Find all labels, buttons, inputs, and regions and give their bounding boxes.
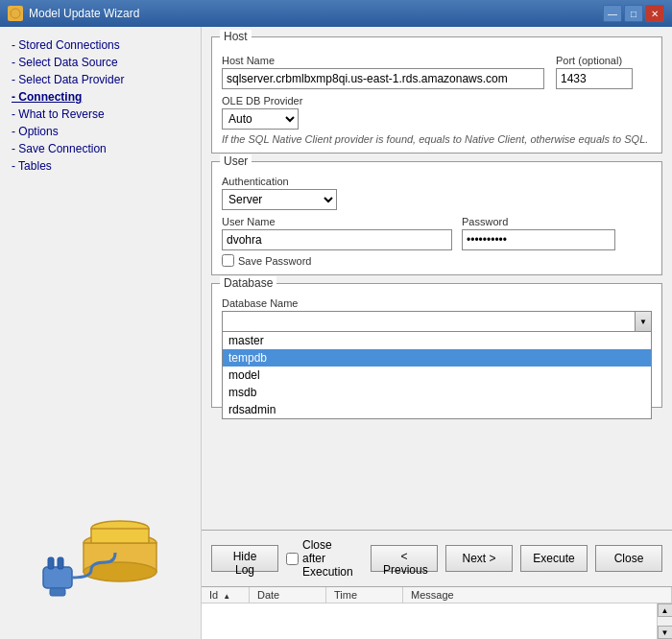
db-option-master[interactable]: master (223, 332, 651, 349)
log-col-message: Message (403, 587, 672, 603)
log-body: ▲ ▼ (202, 604, 672, 639)
close-after-label: Close after Execution (286, 538, 355, 579)
window-title: Model Update Wizard (29, 7, 603, 20)
host-row: Host Name Port (optional) (222, 55, 652, 89)
close-after-text: Close after Execution (302, 538, 355, 579)
password-group: Password (462, 216, 615, 250)
content-area: Host Host Name Port (optional) OLE DB Pr… (202, 27, 672, 530)
host-section-title: Host (220, 30, 252, 43)
log-col-date: Date (250, 587, 326, 603)
close-after-checkbox[interactable] (286, 553, 299, 565)
hostname-label: Host Name (222, 55, 544, 66)
sidebar-item-save-connection[interactable]: - Save Connection (8, 140, 193, 157)
sidebar-item-stored-connections[interactable]: - Stored Connections (8, 36, 193, 54)
db-option-model[interactable]: model (223, 367, 651, 384)
next-button[interactable]: Next > (445, 545, 513, 572)
main-container: - Stored Connections - Select Data Sourc… (0, 27, 672, 639)
previous-button[interactable]: < Previous (371, 545, 438, 572)
log-area: Id ▲ Date Time Message ▲ ▼ (202, 586, 672, 639)
port-group: Port (optional) (556, 55, 652, 89)
scroll-up-button[interactable]: ▲ (658, 604, 673, 617)
db-dropdown-list: master tempdb model msdb rdsadmin (222, 332, 652, 419)
credentials-row: User Name Password (222, 216, 652, 250)
port-label: Port (optional) (556, 55, 652, 66)
svg-point-0 (11, 9, 20, 18)
svg-rect-9 (50, 588, 65, 596)
ole-db-group: OLE DB Provider Auto SQL Server SQLNCLI (222, 95, 652, 130)
ole-db-label: OLE DB Provider (222, 95, 652, 106)
bottom-toolbar: Hide Log Close after Execution < Previou… (202, 530, 672, 586)
ole-db-hint: If the SQL Native Client provider is fou… (222, 133, 652, 145)
title-bar: Model Update Wizard — □ ✕ (0, 0, 672, 27)
scroll-down-button[interactable]: ▼ (658, 626, 673, 639)
log-col-time: Time (326, 587, 403, 603)
ole-db-select[interactable]: Auto SQL Server SQLNCLI (222, 108, 299, 130)
sidebar-item-select-data-source[interactable]: - Select Data Source (8, 54, 193, 71)
sidebar-item-connecting[interactable]: - Connecting (8, 88, 193, 106)
sort-arrow-icon: ▲ (223, 592, 230, 601)
username-group: User Name (222, 216, 452, 250)
db-option-msdb[interactable]: msdb (223, 384, 651, 401)
window-controls: — □ ✕ (603, 5, 664, 22)
sidebar: - Stored Connections - Select Data Sourc… (0, 27, 202, 639)
sidebar-item-what-to-reverse[interactable]: - What to Reverse (8, 106, 193, 123)
sidebar-item-select-data-provider[interactable]: - Select Data Provider (8, 71, 193, 88)
host-section: Host Host Name Port (optional) OLE DB Pr… (211, 36, 662, 154)
db-name-group: Database Name ▼ master tempdb model msdb (222, 297, 652, 332)
db-section-title: Database (220, 276, 276, 290)
auth-select[interactable]: Server Windows None (222, 189, 337, 210)
password-input[interactable] (462, 229, 615, 250)
close-button[interactable]: Close (595, 545, 662, 572)
db-option-rdsadmin[interactable]: rdsadmin (223, 401, 651, 418)
maximize-button[interactable]: □ (624, 5, 643, 22)
minimize-button[interactable]: — (603, 5, 622, 22)
log-col-id: Id ▲ (202, 587, 250, 603)
save-password-row: Save Password (222, 254, 652, 267)
hostname-group: Host Name (222, 55, 544, 89)
hide-log-button[interactable]: Hide Log (211, 545, 278, 572)
log-content (202, 604, 657, 639)
db-input-row: ▼ (222, 311, 652, 332)
database-section: Database Database Name ▼ master tempdb m… (211, 283, 662, 408)
close-window-button[interactable]: ✕ (645, 5, 664, 22)
save-password-label: Save Password (238, 255, 311, 267)
svg-rect-6 (43, 567, 72, 588)
port-input[interactable] (556, 68, 633, 89)
auth-label: Authentication (222, 176, 652, 187)
password-label: Password (462, 216, 615, 227)
log-header: Id ▲ Date Time Message (202, 587, 672, 604)
log-scrollbar: ▲ ▼ (657, 604, 672, 639)
db-option-tempdb[interactable]: tempdb (223, 349, 651, 367)
svg-rect-7 (48, 557, 54, 569)
hostname-input[interactable] (222, 68, 544, 89)
username-label: User Name (222, 216, 452, 227)
db-name-label: Database Name (222, 297, 652, 309)
svg-rect-5 (91, 529, 149, 543)
db-name-input[interactable] (222, 311, 636, 332)
sidebar-illustration (29, 514, 173, 610)
db-dropdown-container: ▼ master tempdb model msdb rdsadmin (222, 311, 652, 332)
sidebar-item-tables[interactable]: - Tables (8, 157, 193, 175)
user-section-title: User (220, 154, 252, 168)
app-icon (8, 6, 23, 21)
sidebar-item-options[interactable]: - Options (8, 123, 193, 140)
sidebar-graphic-area (8, 175, 193, 629)
execute-button[interactable]: Execute (520, 545, 588, 572)
user-section: User Authentication Server Windows None … (211, 161, 662, 275)
save-password-checkbox[interactable] (222, 254, 234, 267)
svg-rect-8 (58, 557, 63, 569)
username-input[interactable] (222, 229, 452, 250)
auth-group: Authentication Server Windows None (222, 176, 652, 210)
db-dropdown-arrow-button[interactable]: ▼ (636, 311, 652, 332)
